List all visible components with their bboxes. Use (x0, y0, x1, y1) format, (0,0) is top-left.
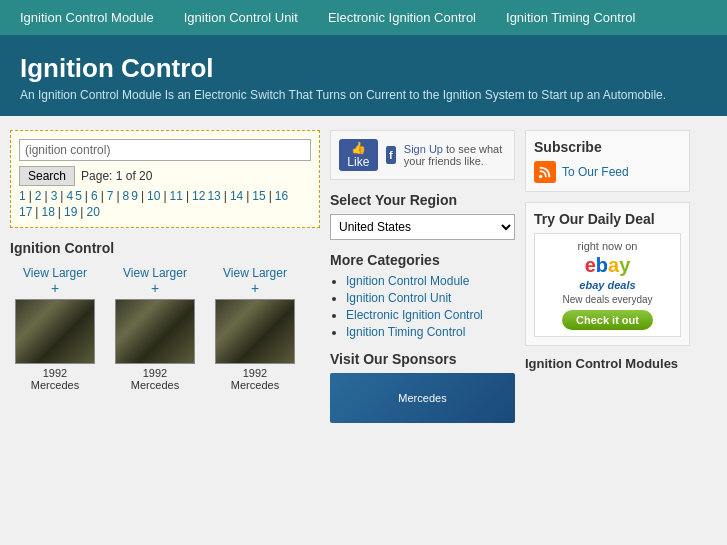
page-link-13[interactable]: 13 (207, 189, 220, 203)
page-link-6[interactable]: 6 (91, 189, 98, 203)
view-larger-link-0[interactable]: View Larger (10, 266, 100, 280)
region-select[interactable]: United States (330, 214, 515, 240)
daily-deal-title: Try Our Daily Deal (534, 211, 681, 227)
region-title: Select Your Region (330, 192, 515, 208)
page-title: Ignition Control (20, 53, 707, 84)
product-year-2: 1992 (210, 367, 300, 379)
product-plus-2: + (251, 280, 259, 296)
facebook-signup-link[interactable]: Sign Up (404, 143, 443, 155)
page-link-15[interactable]: 15 (252, 189, 265, 203)
rss-row: To Our Feed (534, 161, 681, 183)
page-info: Page: 1 of 20 (81, 169, 152, 183)
product-make-2: Mercedes (210, 379, 300, 391)
more-cat-item-0: Ignition Control Module (346, 274, 515, 288)
bottom-right-title: Ignition Control Modules (525, 356, 690, 371)
ebay-deals-text: ebay deals (541, 279, 674, 291)
product-image-2 (215, 299, 295, 364)
more-cat-link-1[interactable]: Ignition Control Unit (346, 291, 451, 305)
more-cat-item-3: Ignition Timing Control (346, 325, 515, 339)
product-image-0 (15, 299, 95, 364)
more-cat-link-3[interactable]: Ignition Timing Control (346, 325, 465, 339)
more-categories-list: Ignition Control ModuleIgnition Control … (330, 274, 515, 339)
sponsors-title: Visit Our Sponsors (330, 351, 515, 367)
facebook-widget: 👍 Like f Sign Up to see what your friend… (330, 130, 515, 180)
ebay-right-now-text: right now on (541, 240, 674, 252)
page-link-12[interactable]: 12 (192, 189, 205, 203)
product-make-0: Mercedes (10, 379, 100, 391)
page-link-16[interactable]: 16 (275, 189, 288, 203)
page-link-19[interactable]: 19 (64, 205, 77, 219)
more-cat-link-2[interactable]: Electronic Ignition Control (346, 308, 483, 322)
facebook-text: Sign Up to see what your friends like. (404, 143, 506, 167)
nav-link-electronic-ignition-control[interactable]: Electronic Ignition Control (328, 10, 476, 25)
page-link-5[interactable]: 5 (75, 189, 82, 203)
page-link-7[interactable]: 7 (107, 189, 114, 203)
search-input[interactable] (19, 139, 311, 161)
product-year-1: 1992 (110, 367, 200, 379)
page-link-3[interactable]: 3 (51, 189, 58, 203)
view-larger-link-2[interactable]: View Larger (210, 266, 300, 280)
page-link-4[interactable]: 4 (66, 189, 73, 203)
more-cat-link-0[interactable]: Ignition Control Module (346, 274, 469, 288)
hero-section: Ignition Control An Ignition Control Mod… (0, 35, 727, 116)
search-button[interactable]: Search (19, 166, 75, 186)
facebook-like-button[interactable]: 👍 Like (339, 139, 378, 171)
top-navigation: Ignition Control ModuleIgnition Control … (0, 0, 727, 35)
ebay-logo: ebay (541, 254, 674, 277)
page-link-10[interactable]: 10 (147, 189, 160, 203)
daily-deal-box: right now on ebay ebay deals New deals e… (534, 233, 681, 337)
product-plus-1: + (151, 280, 159, 296)
main-content: Search Page: 1 of 20 1|2|3|45|6|7|89|10|… (0, 116, 727, 437)
right-column: Subscribe To Our Feed Try Our Daily Deal… (525, 130, 690, 423)
page-link-1[interactable]: 1 (19, 189, 26, 203)
products-section-title: Ignition Control (10, 240, 320, 256)
facebook-icon: f (386, 146, 396, 164)
nav-link-ignition-timing-control[interactable]: Ignition Timing Control (506, 10, 635, 25)
nav-link-ignition-control-module[interactable]: Ignition Control Module (20, 10, 154, 25)
page-link-18[interactable]: 18 (41, 205, 54, 219)
page-link-11[interactable]: 11 (170, 189, 183, 203)
subscribe-title: Subscribe (534, 139, 681, 155)
product-card-2: View Larger + 1992 Mercedes (210, 266, 300, 391)
product-card-1: View Larger + 1992 Mercedes (110, 266, 200, 391)
search-box: Search Page: 1 of 20 1|2|3|45|6|7|89|10|… (10, 130, 320, 228)
product-plus-0: + (51, 280, 59, 296)
middle-column: 👍 Like f Sign Up to see what your friend… (330, 130, 515, 423)
product-image-1 (115, 299, 195, 364)
nav-link-ignition-control-unit[interactable]: Ignition Control Unit (184, 10, 298, 25)
check-it-out-button[interactable]: Check it out (562, 310, 653, 330)
rss-feed-link[interactable]: To Our Feed (562, 165, 629, 179)
product-card-0: View Larger + 1992 Mercedes (10, 266, 100, 391)
page-link-20[interactable]: 20 (86, 205, 99, 219)
view-larger-link-1[interactable]: View Larger (110, 266, 200, 280)
page-links: 1|2|3|45|6|7|89|10|11|1213|14|15|1617|18… (19, 189, 311, 219)
page-link-9[interactable]: 9 (131, 189, 138, 203)
svg-point-0 (539, 175, 543, 179)
product-make-1: Mercedes (110, 379, 200, 391)
ebay-subtitle: New deals everyday (541, 294, 674, 305)
subscribe-section: Subscribe To Our Feed (525, 130, 690, 192)
daily-deal-section: Try Our Daily Deal right now on ebay eba… (525, 202, 690, 346)
search-controls: Search Page: 1 of 20 (19, 166, 311, 186)
more-categories-title: More Categories (330, 252, 515, 268)
page-link-14[interactable]: 14 (230, 189, 243, 203)
left-column: Search Page: 1 of 20 1|2|3|45|6|7|89|10|… (10, 130, 320, 423)
product-grid: View Larger + 1992 Mercedes View Larger … (10, 266, 320, 391)
more-cat-item-1: Ignition Control Unit (346, 291, 515, 305)
more-categories: More Categories Ignition Control ModuleI… (330, 252, 515, 339)
sponsor-placeholder: Mercedes (330, 373, 515, 423)
rss-icon (534, 161, 556, 183)
page-link-8[interactable]: 8 (123, 189, 130, 203)
page-subtitle: An Ignition Control Module Is an Electro… (20, 88, 707, 102)
product-year-0: 1992 (10, 367, 100, 379)
page-link-17[interactable]: 17 (19, 205, 32, 219)
more-cat-item-2: Electronic Ignition Control (346, 308, 515, 322)
page-link-2[interactable]: 2 (35, 189, 42, 203)
